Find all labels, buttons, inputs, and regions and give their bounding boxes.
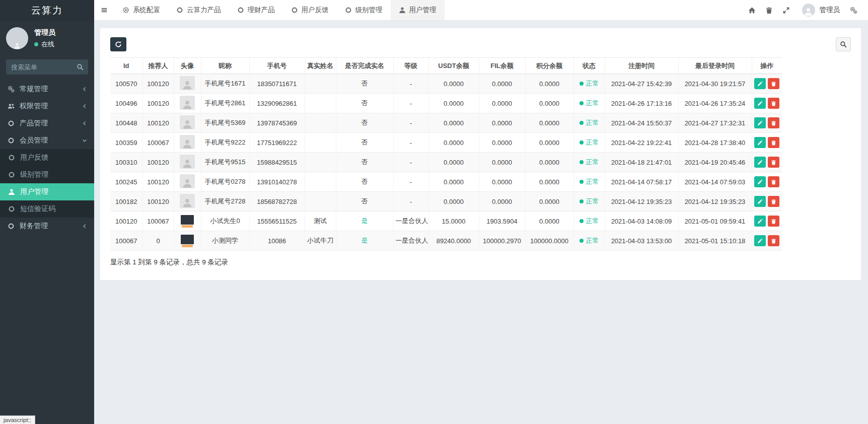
table-row: 1000670小测同学10086小试牛刀是一星合伙人89240.00001000… xyxy=(110,231,782,251)
delete-button[interactable] xyxy=(768,137,779,148)
status-dot xyxy=(580,160,584,164)
phone-cell: 13978745369 xyxy=(249,113,305,133)
user-icon xyxy=(14,42,21,49)
status-badge: 正常 xyxy=(580,79,599,88)
table-row: 100182100120手机尾号272818568782728否-0.00000… xyxy=(110,192,782,211)
level-cell: - xyxy=(393,133,428,153)
last_login-cell: 2021-04-19 20:45:46 xyxy=(678,153,752,172)
nickname-cell: 手机尾号9222 xyxy=(201,133,249,153)
sidebar-subitem-level-management[interactable]: 级别管理 xyxy=(0,166,94,183)
pencil-icon xyxy=(757,238,763,244)
status-badge: 正常 xyxy=(580,197,599,206)
verified-flag: 是 xyxy=(361,217,368,225)
status-cell: 正常 xyxy=(573,172,605,192)
tab-label: 云算力产品 xyxy=(187,6,221,15)
table-row: 100359100067手机尾号922217751969222否-0.00000… xyxy=(110,133,782,153)
sidebar-item-member[interactable]: 会员管理 xyxy=(0,132,94,149)
home-button[interactable] xyxy=(744,0,761,21)
search-input[interactable] xyxy=(6,59,88,75)
phone-cell: 17751969222 xyxy=(249,133,305,153)
column-header: 推荐人 xyxy=(142,58,174,74)
avatar-cell xyxy=(174,231,201,251)
nav-tabs: 系统配置云算力产品理财产品用户反馈级别管理用户管理 xyxy=(114,0,445,20)
delete-button[interactable] xyxy=(768,117,779,128)
column-header: 昵称 xyxy=(201,58,249,74)
phone-cell: 13290962861 xyxy=(249,94,305,113)
column-header: 最后登录时间 xyxy=(678,58,752,74)
status-badge: 正常 xyxy=(580,236,599,245)
table-search-button[interactable] xyxy=(836,37,851,51)
sidebar-item-general[interactable]: 常规管理 xyxy=(0,81,94,98)
sidebar-toggle-button[interactable] xyxy=(94,0,114,20)
edit-button[interactable] xyxy=(754,157,766,168)
edit-button[interactable] xyxy=(754,235,766,246)
delete-button[interactable] xyxy=(768,157,779,168)
navbar-user-menu[interactable]: 管理员 xyxy=(802,4,840,17)
last_login-cell: 2021-04-28 17:38:40 xyxy=(678,133,752,153)
points-cell: 0.0000 xyxy=(525,94,573,113)
delete-button[interactable] xyxy=(768,98,779,109)
tab-cloud-products[interactable]: 云算力产品 xyxy=(168,0,229,20)
nickname-cell: 手机尾号9515 xyxy=(201,153,249,172)
trash-icon xyxy=(771,140,776,146)
status-label: 正常 xyxy=(586,197,599,206)
avatar-cell xyxy=(174,113,201,133)
delete-button[interactable] xyxy=(768,176,779,187)
sidebar-item-finance[interactable]: 财务管理 xyxy=(0,218,94,235)
circle-icon xyxy=(8,120,15,127)
pencil-icon xyxy=(757,101,763,106)
sidebar-subitem-sms-code[interactable]: 短信验证码 xyxy=(0,200,94,218)
fil-cell: 0.0000 xyxy=(479,113,525,133)
id-cell: 100570 xyxy=(110,74,142,94)
verified-flag: 否 xyxy=(361,99,368,107)
edit-button[interactable] xyxy=(754,78,766,89)
last_login-cell: 2021-05-01 09:59:41 xyxy=(678,211,752,231)
edit-button[interactable] xyxy=(754,117,766,128)
sidebar-item-permission[interactable]: 权限管理 xyxy=(0,98,94,115)
real_name-cell xyxy=(305,153,336,172)
table-row: 100310100120手机尾号951515988429515否-0.00000… xyxy=(110,153,782,172)
edit-button[interactable] xyxy=(754,176,766,187)
gears-icon xyxy=(8,86,15,93)
edit-button[interactable] xyxy=(754,196,766,207)
delete-button[interactable] xyxy=(768,196,779,207)
fullscreen-button[interactable] xyxy=(778,0,795,21)
column-header: 操作 xyxy=(752,58,782,74)
table-row: 100245100120手机尾号027813910140278否-0.00000… xyxy=(110,172,782,192)
real_name-cell xyxy=(305,94,336,113)
verified-flag: 是 xyxy=(361,237,368,244)
tab-user-feedback[interactable]: 用户反馈 xyxy=(283,0,337,20)
tab-level-management[interactable]: 级别管理 xyxy=(337,0,391,20)
sidebar-subitem-user-management[interactable]: 用户管理 xyxy=(0,183,94,200)
points-cell: 0.0000 xyxy=(525,113,573,133)
status-dot xyxy=(580,239,584,243)
id-cell: 100067 xyxy=(110,231,142,251)
status-bar-link-hint: javascript:; xyxy=(0,415,35,424)
delete-button[interactable] xyxy=(768,235,779,246)
tab-system-config[interactable]: 系统配置 xyxy=(114,0,168,20)
settings-button[interactable] xyxy=(845,0,862,21)
sidebar-item-product[interactable]: 产品管理 xyxy=(0,115,94,132)
edit-button[interactable] xyxy=(754,137,766,148)
tab-user-management[interactable]: 用户管理 xyxy=(391,0,445,20)
chevron-left-icon xyxy=(82,87,87,92)
sidebar-subitem-user-feedback[interactable]: 用户反馈 xyxy=(0,149,94,166)
tab-finance-products[interactable]: 理财产品 xyxy=(229,0,283,20)
edit-button[interactable] xyxy=(754,216,766,227)
delete-button[interactable] xyxy=(768,216,779,227)
sidebar: 云算力 管理员 在线 常规管理权限管理产品管理会员管理用户反馈级别管理用户管理短… xyxy=(0,0,94,424)
edit-button[interactable] xyxy=(754,98,766,109)
circle-icon xyxy=(8,205,15,213)
avatar-placeholder-icon xyxy=(180,174,195,188)
column-header: 状态 xyxy=(573,58,605,74)
refresh-button[interactable] xyxy=(110,37,126,51)
app-logo: 云算力 xyxy=(0,0,94,21)
clear-button[interactable] xyxy=(761,0,778,21)
status-dot xyxy=(580,121,584,125)
avatar-placeholder-icon xyxy=(180,76,195,90)
delete-button[interactable] xyxy=(768,78,779,89)
level-cell: 一星合伙人 xyxy=(393,211,428,231)
points-cell: 0.0000 xyxy=(525,74,573,94)
avatar-cell xyxy=(174,172,201,192)
fil-cell: 1903.5904 xyxy=(479,211,525,231)
